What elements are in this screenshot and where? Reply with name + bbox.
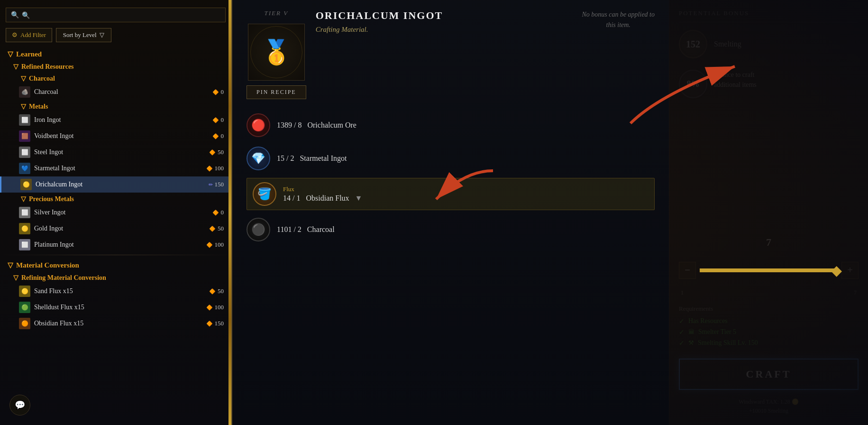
pin-recipe-button[interactable]: PIN RECIPE [247, 85, 306, 99]
recipe-icon-platinum: ⬜ [19, 239, 30, 250]
recipe-name: Silver Ingot [34, 209, 209, 216]
list-item[interactable]: ⬜ Iron Ingot 🔶 0 [0, 112, 231, 128]
level-number: 0 [221, 209, 224, 216]
ingredient-name: Starmetal Ingot [300, 154, 347, 162]
quantity-slider-track[interactable] [700, 268, 838, 272]
list-item[interactable]: 💙 Starmetal Ingot 🔶 100 [0, 160, 231, 176]
ingredient-details: Flux 14 / 1 Obsidian Flux ▼ [283, 185, 649, 203]
recipe-scroll-area[interactable]: ▽ Learned ▽ Refined Resources ▽ Charcoal… [0, 46, 231, 421]
ingredient-row-flux[interactable]: 🪣 Flux 14 / 1 Obsidian Flux ▼ [247, 178, 655, 210]
subcategory-refined-resources[interactable]: ▽ Refined Resources [0, 60, 231, 72]
list-item[interactable]: 🟡 Sand Flux x15 🔶 50 [0, 283, 231, 299]
level-number: 0 [221, 116, 224, 124]
chevron-down-icon: ▽ [21, 74, 26, 83]
level-number: 100 [215, 165, 224, 172]
level-badge-icon: 🔶 [206, 321, 213, 327]
sort-button[interactable]: Sort by Level ▽ [56, 28, 111, 42]
search-icon: 🔍 [11, 11, 19, 19]
recipe-level: 🔶 50 [209, 287, 224, 295]
subcategory-label: Refined Resources [21, 63, 74, 71]
no-bonus-area: No bonus can be applied tothis item. [582, 9, 655, 31]
list-item[interactable]: ⬜ Steel Ingot 🔶 50 [0, 144, 231, 160]
recipe-header: TIER V 🥇 PIN RECIPE ORICHALCUM INGOT Cra… [247, 9, 655, 99]
recipe-level: 🔶 100 [206, 165, 224, 172]
chat-area: 💬 [9, 395, 30, 416]
group-precious-metals[interactable]: ▽ Precious Metals [0, 193, 231, 204]
level-badge-icon: 🔶 [206, 305, 213, 311]
ingredient-icon-charcoal: ⚫ [247, 218, 270, 241]
filter-icon: ⚙ [12, 31, 18, 39]
chevron-down-icon: ▽ [13, 63, 18, 71]
recipe-name: Gold Ingot [34, 225, 205, 232]
ingredient-row: ⚫ 1101 / 2 Charcoal [247, 216, 655, 243]
divider [0, 255, 231, 255]
ingredient-qty: 14 / 1 [283, 194, 300, 202]
ingredient-name: Charcoal [307, 225, 335, 233]
subcategory-label: Refining Material Conversion [21, 274, 106, 282]
group-label: Metals [29, 103, 48, 111]
recipe-name: Charcoal [34, 88, 209, 96]
recipe-icon-obsidianflux: 🟠 [19, 318, 30, 329]
search-bar[interactable]: 🔍 [6, 8, 226, 22]
level-number: 100 [215, 304, 224, 311]
group-charcoal[interactable]: ▽ Charcoal [0, 72, 231, 84]
level-badge-icon: 🔶 [206, 242, 213, 248]
recipe-icon-sandflux: 🟡 [19, 286, 30, 297]
list-item[interactable]: 🟠 Obsidian Flux x15 🔶 150 [0, 315, 231, 332]
recipe-name: Steel Ingot [34, 148, 205, 156]
chevron-down-icon: ▽ [8, 50, 13, 58]
main-container: 🔍 ⚙ Add Filter Sort by Level ▽ ▽ Learned… [0, 0, 868, 425]
recipe-name: Obsidian Flux x15 [34, 320, 202, 327]
list-item[interactable]: ⬜ Platinum Ingot 🔶 100 [0, 237, 231, 253]
list-item-orichalcum[interactable]: 🟡 Orichalcum Ingot ✏ 150 [0, 176, 231, 193]
subcategory-refining-conversion[interactable]: ▽ Refining Material Conversion [0, 271, 231, 283]
add-filter-button[interactable]: ⚙ Add Filter [6, 28, 52, 42]
filter-label: Add Filter [20, 31, 46, 39]
recipe-level: 🔶 100 [206, 304, 224, 311]
level-number: 50 [218, 225, 224, 232]
ingredient-qty: 1389 / 8 [277, 121, 302, 129]
recipe-level: 🔶 0 [212, 88, 224, 96]
chat-button[interactable]: 💬 [9, 395, 30, 416]
recipe-name: Sand Flux x15 [34, 287, 205, 295]
sort-icon: ▽ [100, 31, 104, 39]
list-item[interactable]: 🟫 Voidbent Ingot 🔶 0 [0, 128, 231, 144]
middle-panel: TIER V 🥇 PIN RECIPE ORICHALCUM INGOT Cra… [232, 0, 669, 425]
group-metals[interactable]: ▽ Metals [0, 100, 231, 112]
list-item[interactable]: ⬜ Silver Ingot 🔶 0 [0, 204, 231, 221]
chevron-down-icon: ▽ [8, 261, 13, 269]
list-item[interactable]: 🪨 Charcoal 🔶 0 [0, 84, 231, 100]
category-learned[interactable]: ▽ Learned [0, 46, 231, 60]
flux-label: Flux [283, 185, 649, 193]
category-material-conversion[interactable]: ▽ Material Conversion [0, 257, 231, 271]
level-number: 100 [215, 241, 224, 249]
recipe-image: 🥇 [248, 24, 305, 81]
tier-label: TIER V [265, 9, 289, 17]
no-bonus-text: No bonus can be applied tothis item. [582, 9, 655, 31]
recipe-level: 🔶 50 [209, 225, 224, 232]
search-input[interactable] [22, 11, 220, 19]
level-badge-icon: 🔶 [212, 89, 219, 95]
list-item[interactable]: 🟡 Gold Ingot 🔶 50 [0, 221, 231, 237]
ingredient-name: Orichalcum Ore [307, 121, 356, 129]
chevron-down-icon: ▽ [13, 274, 18, 282]
recipe-icon-gold: 🟡 [19, 223, 30, 234]
recipe-icon-silver: ⬜ [19, 207, 30, 218]
recipe-icon-voidbent: 🟫 [19, 130, 30, 142]
recipe-level: 🔶 100 [206, 241, 224, 249]
recipe-name: Platinum Ingot [34, 241, 202, 249]
category-label: Learned [16, 50, 42, 58]
ingredient-qty-row: 14 / 1 Obsidian Flux ▼ [283, 194, 649, 203]
dropdown-icon[interactable]: ▼ [355, 194, 363, 202]
recipe-name: Voidbent Ingot [34, 132, 209, 140]
recipe-icon-starmetal: 💙 [19, 163, 30, 174]
recipe-icon-charcoal: 🪨 [19, 86, 30, 98]
ingredient-icon-starmetal: 💎 [247, 147, 270, 170]
recipe-name: Iron Ingot [34, 116, 209, 124]
recipe-name: Shelldust Flux x15 [34, 304, 202, 311]
level-number: 50 [218, 287, 224, 295]
recipe-icon-steel: ⬜ [19, 147, 30, 158]
level-badge-icon: ✏ [209, 182, 213, 188]
level-badge-icon: 🔶 [212, 133, 219, 139]
list-item[interactable]: 🟢 Shelldust Flux x15 🔶 100 [0, 299, 231, 315]
